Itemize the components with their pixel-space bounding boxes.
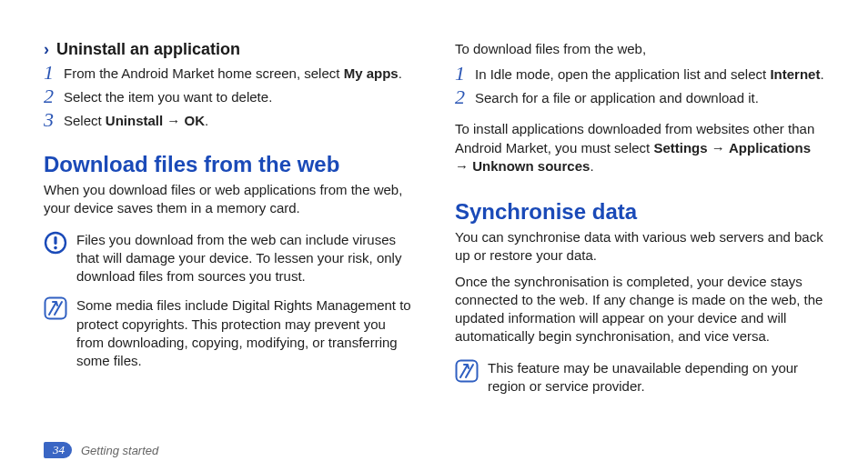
sync-para-2: Once the synchronisation is completed, y… (455, 273, 824, 346)
warning-note: Files you download from the web can incl… (44, 231, 413, 286)
uninstall-heading-label: Uninstall an application (56, 40, 240, 59)
warning-text: Files you download from the web can incl… (76, 231, 413, 286)
info-note: This feature may be unavailable dependin… (455, 359, 824, 396)
step-body: From the Android Market home screen, sel… (64, 65, 413, 83)
list-item: 2 Select the item you want to delete. (44, 88, 413, 108)
step-number: 2 (455, 87, 475, 107)
step-body: Select Uninstall → OK. (64, 112, 413, 130)
svg-point-2 (54, 246, 57, 249)
page-columns: › Uninstall an application 1 From the An… (44, 40, 824, 431)
list-item: 1 From the Android Market home screen, s… (44, 65, 413, 85)
step-number: 1 (455, 64, 475, 84)
info-note: Some media files include Digital Rights … (44, 296, 413, 370)
step-body: Select the item you want to delete. (64, 88, 413, 106)
page-footer: 34 Getting started (44, 442, 158, 458)
note-icon (455, 359, 479, 383)
step-number: 3 (44, 110, 64, 130)
install-note: To install applications downloaded from … (455, 120, 824, 175)
sync-para-1: You can synchronise data with various we… (455, 228, 824, 266)
sync-heading: Synchronise data (455, 199, 824, 225)
step-body: Search for a file or application and dow… (475, 89, 824, 107)
svg-rect-1 (54, 236, 56, 245)
right-column: To download files from the web, 1 In Idl… (455, 40, 824, 431)
step-body: In Idle mode, open the application list … (475, 65, 824, 84)
page-number: 34 (44, 442, 72, 458)
footer-section-label: Getting started (81, 444, 158, 457)
download-steps: 1 In Idle mode, open the application lis… (455, 65, 824, 113)
note-text: This feature may be unavailable dependin… (488, 359, 824, 396)
download-heading: Download files from the web (44, 152, 413, 177)
list-item: 1 In Idle mode, open the application lis… (455, 65, 824, 85)
list-item: 2 Search for a file or application and d… (455, 89, 824, 109)
svg-rect-4 (457, 360, 478, 381)
svg-rect-3 (45, 298, 66, 319)
uninstall-steps: 1 From the Android Market home screen, s… (44, 65, 413, 135)
download-intro: When you download files or web applicati… (44, 181, 413, 218)
list-item: 3 Select Uninstall → OK. (44, 112, 413, 132)
warning-icon (44, 231, 67, 255)
download-lead: To download files from the web, (455, 40, 824, 58)
note-icon (44, 296, 67, 320)
uninstall-heading: › Uninstall an application (44, 40, 413, 59)
left-column: › Uninstall an application 1 From the An… (44, 40, 413, 431)
step-number: 1 (44, 63, 64, 83)
chevron-right-icon: › (44, 40, 49, 59)
step-number: 2 (44, 86, 64, 106)
note-text: Some media files include Digital Rights … (76, 296, 413, 370)
